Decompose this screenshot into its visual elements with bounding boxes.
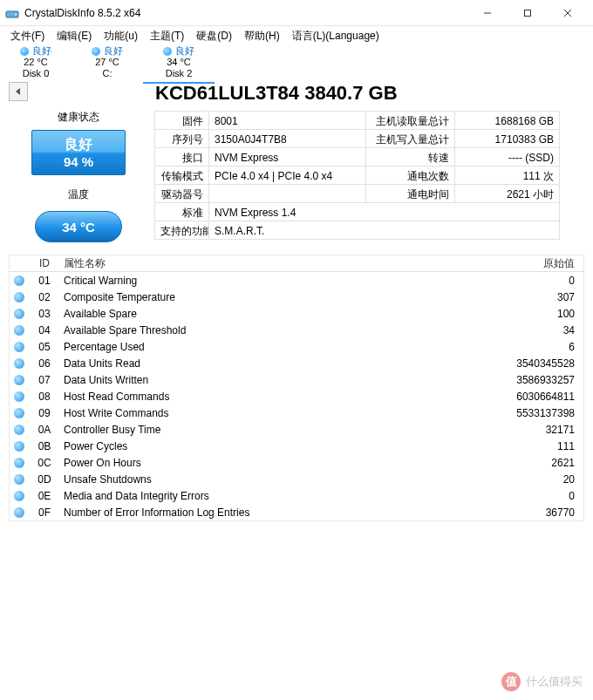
- status-dot-icon: [14, 375, 24, 385]
- serial-label: 序列号: [154, 129, 209, 148]
- rpm-value: ---- (SSD): [454, 147, 560, 167]
- table-row[interactable]: 0FNumber of Error Information Log Entrie…: [10, 504, 583, 520]
- app-icon: [5, 6, 19, 20]
- cell-raw: 36770: [479, 506, 583, 519]
- cell-raw: 3586933257: [479, 374, 583, 386]
- interface-label: 接口: [154, 147, 209, 167]
- cell-raw: 3540345528: [479, 357, 583, 370]
- standard-value: NVM Express 1.4: [208, 202, 560, 221]
- table-row[interactable]: 0CPower On Hours2621: [10, 454, 583, 471]
- status-dot-icon: [14, 342, 24, 352]
- minimize-button[interactable]: [467, 0, 508, 26]
- cell-id: 04: [29, 324, 60, 336]
- table-row[interactable]: 0BPower Cycles111: [10, 438, 583, 454]
- smart-body: 01Critical Warning002Composite Temperatu…: [10, 272, 583, 520]
- power-hours-value: 2621 小时: [454, 184, 560, 203]
- temp-badge[interactable]: 34 °C: [35, 211, 122, 242]
- left-panel: 健康状态 良好 94 % 温度 34 °C: [9, 82, 148, 242]
- smart-table: ID 属性名称 原始值 01Critical Warning002Composi…: [9, 255, 584, 521]
- menu-file[interactable]: 文件(F): [5, 27, 50, 45]
- cell-id: 0A: [29, 424, 60, 436]
- disk-tab-1[interactable]: 良好 27 °C C:: [72, 45, 143, 82]
- table-row[interactable]: 06Data Units Read3540345528: [10, 355, 583, 371]
- host-writes-label: 主机写入量总计: [365, 129, 455, 148]
- transfer-value: PCIe 4.0 x4 | PCIe 4.0 x4: [208, 166, 366, 185]
- info-grid: 固件 8001 主机读取量总计 1688168 GB 序列号 3150A0J4T…: [155, 112, 584, 240]
- cell-raw: 111: [479, 440, 583, 452]
- cell-raw: 6030664811: [479, 391, 583, 403]
- header-id[interactable]: ID: [29, 257, 60, 269]
- cell-name: Power Cycles: [60, 440, 479, 452]
- status-dot-icon: [14, 292, 24, 302]
- features-label: 支持的功能: [154, 221, 209, 240]
- prev-disk-button[interactable]: [9, 82, 28, 101]
- table-row[interactable]: 0AController Busy Time32171: [10, 421, 583, 438]
- titlebar: CrystalDiskInfo 8.5.2 x64: [0, 0, 593, 26]
- cell-id: 0B: [29, 440, 60, 452]
- table-row[interactable]: 02Composite Temperature307: [10, 289, 583, 305]
- rpm-label: 转速: [365, 147, 455, 167]
- disk-tab-2[interactable]: 良好 34 °C Disk 2: [143, 45, 215, 84]
- menu-edit[interactable]: 编辑(E): [51, 27, 97, 45]
- cell-raw: 20: [479, 473, 583, 486]
- cell-id: 09: [29, 407, 60, 419]
- cell-raw: 2621: [479, 457, 583, 469]
- watermark: 值 什么值得买: [501, 672, 583, 691]
- svg-point-1: [15, 13, 17, 15]
- cell-name: Data Units Read: [60, 357, 479, 370]
- transfer-label: 传输模式: [154, 166, 209, 185]
- smart-header: ID 属性名称 原始值: [10, 255, 583, 272]
- header-raw[interactable]: 原始值: [479, 256, 583, 271]
- menu-help[interactable]: 帮助(H): [239, 27, 285, 45]
- status-dot-icon: [14, 358, 24, 369]
- cell-name: Host Read Commands: [60, 391, 479, 403]
- cell-raw: 0: [479, 275, 583, 287]
- close-button[interactable]: [548, 0, 588, 26]
- cell-name: Composite Temperature: [60, 291, 479, 303]
- table-row[interactable]: 01Critical Warning0: [10, 272, 583, 289]
- table-row[interactable]: 0EMedia and Data Integrity Errors0: [10, 487, 583, 504]
- cell-name: Controller Busy Time: [60, 424, 479, 436]
- cell-name: Unsafe Shutdowns: [60, 473, 479, 486]
- table-row[interactable]: 0DUnsafe Shutdowns20: [10, 471, 583, 487]
- maximize-button[interactable]: [508, 0, 548, 26]
- menu-language[interactable]: 语言(L)(Language): [287, 27, 385, 45]
- interface-value: NVM Express: [208, 147, 366, 167]
- standard-label: 标准: [154, 202, 209, 221]
- cell-id: 0F: [29, 506, 60, 519]
- health-percent: 94 %: [64, 154, 93, 169]
- menu-function[interactable]: 功能(u): [99, 27, 143, 45]
- cell-id: 01: [29, 275, 60, 287]
- table-row[interactable]: 07Data Units Written3586933257: [10, 371, 583, 388]
- cell-name: Available Spare: [60, 308, 479, 320]
- cell-raw: 34: [479, 324, 583, 336]
- disk-tabs: 良好 22 °C Disk 0 良好 27 °C C: 良好 34 °C Dis…: [0, 45, 593, 78]
- cell-id: 05: [29, 341, 60, 353]
- menubar: 文件(F) 编辑(E) 功能(u) 主题(T) 硬盘(D) 帮助(H) 语言(L…: [0, 26, 593, 45]
- tab-temp: 34 °C: [147, 57, 211, 68]
- menu-theme[interactable]: 主题(T): [145, 27, 189, 45]
- window-title: CrystalDiskInfo 8.5.2 x64: [24, 7, 467, 19]
- triangle-left-icon: [14, 87, 23, 96]
- tab-status: 良好: [175, 45, 194, 57]
- health-badge[interactable]: 良好 94 %: [31, 130, 126, 175]
- cell-id: 06: [29, 357, 60, 370]
- tab-name: Disk 2: [147, 68, 211, 79]
- table-row[interactable]: 05Percentage Used6: [10, 338, 583, 355]
- power-count-label: 通电次数: [365, 166, 455, 185]
- watermark-icon: 值: [501, 672, 521, 691]
- header-name[interactable]: 属性名称: [60, 256, 479, 271]
- status-dot-icon: [14, 441, 24, 452]
- main-area: 健康状态 良好 94 % 温度 34 °C KCD61LUL3T84 3840.…: [0, 78, 593, 246]
- table-row[interactable]: 04Available Spare Threshold34: [10, 322, 583, 338]
- table-row[interactable]: 09Host Write Commands5533137398: [10, 404, 583, 421]
- cell-raw: 32171: [479, 424, 583, 436]
- svg-marker-6: [16, 88, 20, 95]
- disk-tab-0[interactable]: 良好 22 °C Disk 0: [0, 45, 72, 82]
- host-reads-value: 1688168 GB: [454, 111, 560, 130]
- menu-disk[interactable]: 硬盘(D): [191, 27, 237, 45]
- table-row[interactable]: 08Host Read Commands6030664811: [10, 388, 583, 404]
- watermark-text: 什么值得买: [526, 674, 583, 690]
- table-row[interactable]: 03Available Spare100: [10, 305, 583, 322]
- cell-name: Data Units Written: [60, 374, 479, 386]
